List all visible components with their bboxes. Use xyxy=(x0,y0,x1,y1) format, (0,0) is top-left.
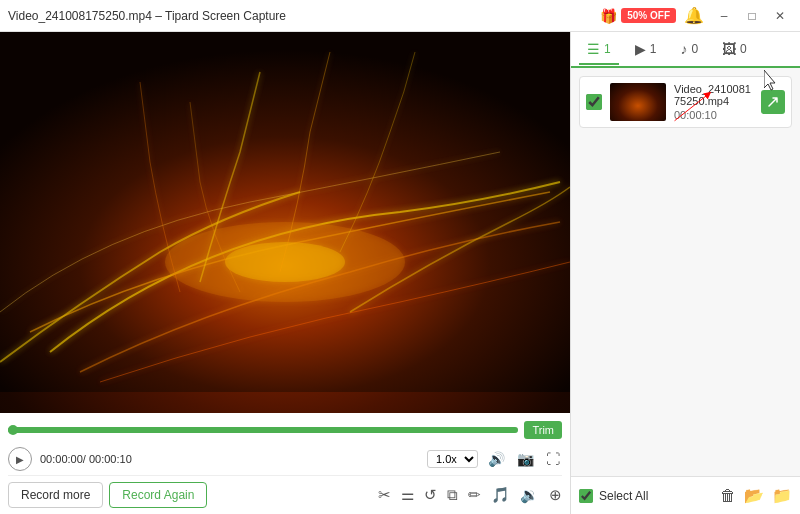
close-button[interactable]: ✕ xyxy=(768,6,792,26)
tab-audio-count: 0 xyxy=(691,42,698,56)
select-all-checkbox[interactable] xyxy=(579,489,593,503)
record-again-button[interactable]: Record Again xyxy=(109,482,207,508)
video-controls: Trim ▶ 00:00:00/ 00:00:10 1.0x 0.5x 1.5x… xyxy=(0,413,570,514)
list-icon: ☰ xyxy=(587,41,600,57)
action-row: Record more Record Again ✂ ⚌ ↺ ⧉ ✏ 🎵 🔉 ⊕ xyxy=(8,475,562,514)
video-visual xyxy=(0,32,570,392)
item-thumbnail xyxy=(610,83,666,121)
video-area xyxy=(0,32,570,413)
video-canvas xyxy=(0,32,570,413)
audio-icon[interactable]: 🎵 xyxy=(491,486,510,504)
bottom-icons: ✂ ⚌ ↺ ⧉ ✏ 🎵 🔉 ⊕ xyxy=(378,486,562,504)
edit-icon[interactable]: ✏ xyxy=(468,486,481,504)
play-icon: ▶ xyxy=(635,41,646,57)
refresh-icon[interactable]: ↺ xyxy=(424,486,437,504)
record-more-button[interactable]: Record more xyxy=(8,482,103,508)
trim-button[interactable]: Trim xyxy=(524,421,562,439)
recording-item: Video_241008175250.mp4 00:00:10 xyxy=(579,76,792,128)
svg-rect-0 xyxy=(0,32,570,392)
right-bottom-bar: Select All 🗑 📂 📁 xyxy=(571,476,800,514)
main-layout: Trim ▶ 00:00:00/ 00:00:10 1.0x 0.5x 1.5x… xyxy=(0,32,800,514)
music-icon: ♪ xyxy=(680,41,687,57)
title-bar: Video_241008175250.mp4 – Tipard Screen C… xyxy=(0,0,800,32)
left-panel: Trim ▶ 00:00:00/ 00:00:10 1.0x 0.5x 1.5x… xyxy=(0,32,570,514)
app-title: Video_241008175250.mp4 – Tipard Screen C… xyxy=(8,9,286,23)
tab-image-count: 0 xyxy=(740,42,747,56)
play-button[interactable]: ▶ xyxy=(8,447,32,471)
window-controls: 🎁 50% OFF 🔔 – □ ✕ xyxy=(600,6,792,26)
tab-image[interactable]: 🖼 0 xyxy=(714,35,755,65)
tab-video[interactable]: ☰ 1 xyxy=(579,35,619,65)
copy-icon[interactable]: ⧉ xyxy=(447,486,458,504)
gift-icon: 🎁 xyxy=(600,8,617,24)
right-panel: ☰ 1 ▶ 1 ♪ 0 🖼 0 xyxy=(570,32,800,514)
svg-point-2 xyxy=(225,242,345,282)
select-all-label: Select All xyxy=(599,489,648,503)
volume-icon[interactable]: 🔊 xyxy=(486,449,507,469)
tab-video-count: 1 xyxy=(604,42,611,56)
cut-icon[interactable]: ✂ xyxy=(378,486,391,504)
image-icon: 🖼 xyxy=(722,41,736,57)
progress-thumb xyxy=(8,425,18,435)
thumb-canvas xyxy=(610,83,666,121)
fullscreen-icon[interactable]: ⛶ xyxy=(544,449,562,469)
time-display: 00:00:00/ 00:00:10 xyxy=(40,453,132,465)
promo-badge[interactable]: 50% OFF xyxy=(621,8,676,23)
minimize-button[interactable]: – xyxy=(712,6,736,26)
tab-audio[interactable]: ♪ 0 xyxy=(672,35,706,65)
delete-icon[interactable]: 🗑 xyxy=(720,486,736,505)
progress-track[interactable] xyxy=(8,427,518,433)
tab-play[interactable]: ▶ 1 xyxy=(627,35,665,65)
item-info: Video_241008175250.mp4 00:00:10 xyxy=(674,83,753,121)
right-toolbar-icons: 🗑 📂 📁 xyxy=(720,486,792,505)
more-icon[interactable]: ⊕ xyxy=(549,486,562,504)
folder-icon[interactable]: 📁 xyxy=(772,486,792,505)
item-checkbox[interactable] xyxy=(586,94,602,110)
playback-controls: ▶ 00:00:00/ 00:00:10 1.0x 0.5x 1.5x 2.0x… xyxy=(8,443,562,475)
folder-open-icon[interactable]: 📂 xyxy=(744,486,764,505)
progress-bar-container: Trim xyxy=(8,417,562,443)
item-duration: 00:00:10 xyxy=(674,109,753,121)
camera-icon[interactable]: 📷 xyxy=(515,449,536,469)
export-icon xyxy=(767,96,779,108)
tab-play-count: 1 xyxy=(650,42,657,56)
recording-list: Video_241008175250.mp4 00:00:10 xyxy=(571,68,800,476)
maximize-button[interactable]: □ xyxy=(740,6,764,26)
speed-select[interactable]: 1.0x 0.5x 1.5x 2.0x xyxy=(427,450,478,468)
item-export-button[interactable] xyxy=(761,90,785,114)
item-name: Video_241008175250.mp4 xyxy=(674,83,753,107)
tab-bar: ☰ 1 ▶ 1 ♪ 0 🖼 0 xyxy=(571,32,800,68)
bell-icon: 🔔 xyxy=(684,6,704,25)
tune-icon[interactable]: ⚌ xyxy=(401,486,414,504)
progress-fill xyxy=(8,427,518,433)
audio-up-icon[interactable]: 🔉 xyxy=(520,486,539,504)
